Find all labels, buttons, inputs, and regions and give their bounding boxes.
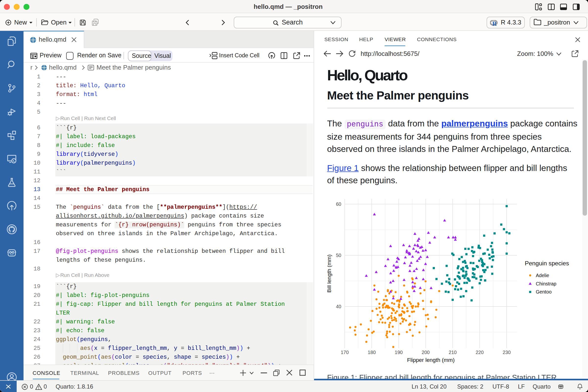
svg-text:220: 220 [475, 350, 484, 355]
svg-text:200: 200 [422, 350, 430, 355]
svg-text:Chinstrap: Chinstrap [536, 281, 556, 286]
svg-text:210: 210 [448, 350, 456, 355]
svg-text:R: R [492, 20, 497, 26]
svg-text:230: 230 [502, 350, 510, 355]
svg-text:40: 40 [336, 304, 341, 309]
svg-text:180: 180 [368, 350, 376, 355]
svg-text:170: 170 [340, 350, 349, 355]
svg-text:190: 190 [394, 350, 402, 355]
svg-text:50: 50 [336, 252, 341, 258]
svg-text:Adelie: Adelie [536, 273, 549, 278]
svg-text:Gentoo: Gentoo [536, 289, 551, 294]
svg-text:60: 60 [336, 202, 341, 207]
svg-text:Bill length (mm): Bill length (mm) [327, 254, 332, 293]
svg-text:Penguin species: Penguin species [524, 260, 569, 266]
svg-text:Flipper length (mm): Flipper length (mm) [407, 357, 454, 363]
